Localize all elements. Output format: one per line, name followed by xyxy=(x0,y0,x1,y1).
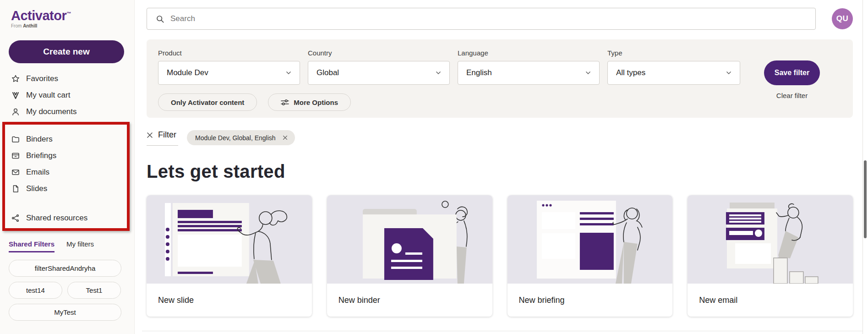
select-value: Global xyxy=(317,68,339,77)
card-label: New briefing xyxy=(508,284,673,317)
sidebar-item-shared-resources[interactable]: Shared resources xyxy=(5,210,127,226)
chevron-down-icon xyxy=(726,71,732,75)
sidebar-item-label: Binders xyxy=(26,135,53,144)
new-briefing-illustration xyxy=(508,195,673,284)
sidebar-item-label: My documents xyxy=(26,107,77,116)
archive-icon xyxy=(11,151,20,160)
sidebar-item-favorites[interactable]: Favorites xyxy=(0,71,134,87)
new-email-illustration xyxy=(688,195,853,284)
product-select[interactable]: Module Dev xyxy=(158,61,300,85)
filter-field-language: Language English xyxy=(458,49,600,85)
saved-filter-pill[interactable]: MyTest xyxy=(9,304,121,321)
get-started-cards: New slide xyxy=(147,195,853,317)
sidebar-item-label: Favorites xyxy=(26,74,58,83)
field-label: Type xyxy=(607,49,740,57)
new-email-card[interactable]: New email xyxy=(688,195,853,317)
search-icon xyxy=(156,15,164,23)
field-label: Country xyxy=(308,49,450,57)
main-content: QU Product Module Dev Country Global Lan… xyxy=(135,0,868,334)
sidebar-item-label: Briefings xyxy=(26,151,56,160)
type-select[interactable]: All types xyxy=(607,61,740,85)
sidebar: Activator™ From Anthill Create new Favor… xyxy=(0,0,135,334)
sliders-icon xyxy=(281,99,289,106)
sidebar-item-briefings[interactable]: Briefings xyxy=(5,148,127,164)
field-label: Product xyxy=(158,49,300,57)
sidebar-item-vault-cart[interactable]: My vault cart xyxy=(0,87,134,104)
sidebar-item-emails[interactable]: Emails xyxy=(5,164,127,181)
section-divider xyxy=(142,331,868,331)
sidebar-item-slides[interactable]: Slides xyxy=(5,181,127,197)
file-icon xyxy=(11,184,20,193)
search-bar[interactable] xyxy=(147,8,816,30)
share-icon xyxy=(11,214,20,223)
sidebar-item-label: Slides xyxy=(26,184,47,193)
user-avatar[interactable]: QU xyxy=(832,8,853,29)
saved-filter-pill[interactable]: filterSharedAndryha xyxy=(9,260,121,277)
button-label: More Options xyxy=(294,99,338,106)
filter-toggle-label: Filter xyxy=(158,130,176,140)
scrollbar-thumb[interactable] xyxy=(864,160,867,238)
filter-field-product: Product Module Dev xyxy=(158,49,300,85)
vault-icon xyxy=(11,91,20,100)
create-new-button[interactable]: Create new xyxy=(9,40,124,63)
chevron-down-icon xyxy=(436,71,441,75)
clear-filter-button[interactable]: Clear filter xyxy=(764,92,820,99)
page-title: Lets get started xyxy=(147,161,853,182)
brand-name: Activator™ xyxy=(11,6,134,23)
close-icon xyxy=(147,132,153,138)
saved-filter-pill[interactable]: test14 xyxy=(9,282,62,299)
chip-label: Module Dev, Global, English xyxy=(195,134,276,142)
filter-collapse-toggle[interactable]: Filter xyxy=(147,129,178,146)
filter-options-row: Only Activator content More Options xyxy=(158,93,841,111)
sidebar-item-my-documents[interactable]: My documents xyxy=(0,104,134,120)
brand-tagline: From Anthill xyxy=(11,23,134,28)
language-select[interactable]: English xyxy=(458,61,600,85)
star-icon xyxy=(11,74,20,83)
trademark-symbol: ™ xyxy=(66,11,71,16)
sidebar-item-label: My vault cart xyxy=(26,91,70,100)
chevron-down-icon xyxy=(585,71,591,75)
active-filter-bar: Filter Module Dev, Global, English xyxy=(147,129,853,146)
sidebar-nav: Favorites My vault cart My documents Bin… xyxy=(0,71,134,231)
new-slide-illustration xyxy=(147,195,312,284)
search-input[interactable] xyxy=(170,14,808,23)
tab-my-filters[interactable]: My filters xyxy=(66,240,94,252)
saved-filter-list: filterSharedAndryha test14 Test1 MyTest xyxy=(9,260,121,321)
field-label: Language xyxy=(458,49,600,57)
new-slide-card[interactable]: New slide xyxy=(147,195,312,317)
select-value: All types xyxy=(616,68,645,77)
save-filter-button[interactable]: Save filter xyxy=(764,60,820,85)
card-label: New binder xyxy=(327,284,492,317)
sidebar-item-label: Shared resources xyxy=(26,214,87,223)
only-activator-content-toggle[interactable]: Only Activator content xyxy=(158,93,257,111)
card-label: New email xyxy=(688,284,853,317)
person-icon xyxy=(11,107,20,116)
new-briefing-card[interactable]: New briefing xyxy=(508,195,673,317)
header: QU xyxy=(147,8,853,30)
filter-field-type: Type All types xyxy=(607,49,740,85)
remove-filter-icon[interactable] xyxy=(283,135,288,140)
scrollbar-track[interactable] xyxy=(863,0,868,334)
filter-field-country: Country Global xyxy=(308,49,450,85)
tab-shared-filters[interactable]: Shared Filters xyxy=(9,240,55,252)
app-logo: Activator™ From Anthill xyxy=(0,6,134,28)
applied-filter-chip[interactable]: Module Dev, Global, English xyxy=(187,130,295,145)
new-binder-card[interactable]: New binder xyxy=(327,195,492,317)
filter-panel: Product Module Dev Country Global Langua… xyxy=(147,39,853,118)
toggle-label: Only Activator content xyxy=(171,99,244,106)
annotation-highlight-box: Binders Briefings Emails Slides Shared r… xyxy=(2,122,130,231)
filters-tab-bar: Shared Filters My filters xyxy=(9,240,134,252)
filter-fields: Product Module Dev Country Global Langua… xyxy=(158,49,841,85)
sidebar-item-label: Emails xyxy=(26,168,49,177)
more-options-button[interactable]: More Options xyxy=(268,93,351,111)
saved-filter-pill[interactable]: Test1 xyxy=(67,282,121,299)
new-binder-illustration xyxy=(327,195,492,284)
chevron-down-icon xyxy=(286,71,291,75)
folder-icon xyxy=(11,135,20,144)
card-label: New slide xyxy=(147,284,312,317)
select-value: English xyxy=(466,68,492,77)
country-select[interactable]: Global xyxy=(308,61,450,85)
envelope-icon xyxy=(11,168,20,177)
sidebar-item-binders[interactable]: Binders xyxy=(5,131,127,148)
select-value: Module Dev xyxy=(167,68,208,77)
